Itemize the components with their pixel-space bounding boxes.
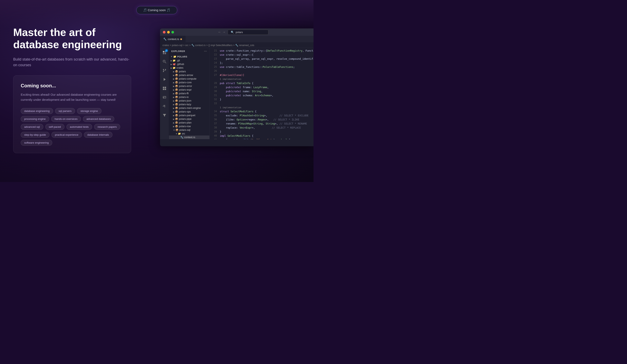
tree-item[interactable]: ▶📦polars-pipe [169, 117, 209, 121]
tree-item[interactable]: ▶📦polars-ops [169, 110, 209, 114]
minimize-dot[interactable] [167, 31, 170, 34]
tree-item[interactable]: ▼📦polars-sql [169, 128, 209, 132]
card-title: Coming soon... [21, 83, 124, 89]
tag-item: sql parsers [55, 108, 75, 114]
code-editor[interactable]: 21use crate::function_registry::{Default… [209, 48, 314, 139]
activity-docker-icon[interactable] [162, 104, 167, 109]
tag-item: automated tests [66, 124, 92, 130]
code-line: 25use crate::table_functions::PolarsTabl… [209, 65, 314, 69]
explorer-root-folder[interactable]: ▼📁POLARS [169, 54, 209, 59]
tab-label: context.rs [168, 38, 179, 41]
svg-point-8 [163, 71, 164, 72]
code-line: 36 ilike: Option<regex::Regex>, // SELEC… [209, 118, 314, 122]
tree-item[interactable]: ▶📦polars-json [169, 99, 209, 103]
svg-rect-13 [163, 89, 164, 90]
svg-rect-3 [165, 53, 166, 54]
code-line: 22use crate::sql_expr::{ [209, 53, 314, 57]
code-line: 27#[derive(Clone)] [209, 73, 314, 77]
code-line: 40impl SelectModifiers { [209, 134, 314, 138]
tree-item[interactable]: ▶📦polars-core [169, 81, 209, 84]
tree-item[interactable]: ▼📁src [169, 132, 209, 136]
tree-item[interactable]: ▶📦polars-mem-engine [169, 106, 209, 110]
code-line: 39} [209, 130, 314, 134]
tree-item[interactable]: ▶📦polars [169, 70, 209, 73]
tag-item: advanced databases [83, 116, 114, 122]
tag-item: database internals [84, 132, 112, 138]
svg-rect-14 [165, 89, 166, 90]
code-line: 31 pub(crate) schema: Arc<Schema>, [209, 93, 314, 97]
maximize-dot[interactable] [171, 31, 174, 34]
tree-item[interactable]: ▶📦polars-row [169, 125, 209, 128]
tree-item[interactable]: ▶📦polars-expr [169, 88, 209, 91]
tab-modified-dot [180, 38, 182, 40]
editor-area: 1 [160, 48, 314, 139]
code-line: 30 pub(crate) name: String, [209, 89, 314, 93]
tree-item[interactable]: ▶📁.git [169, 59, 209, 62]
tags-container: database engineeringsql parsersstorage e… [21, 108, 124, 146]
tag-item: research papers [94, 124, 120, 130]
tree-item[interactable]: ▶📦polars-arrow [169, 73, 209, 77]
tree-item[interactable]: ▶📦polars-compute [169, 77, 209, 81]
breadcrumb-text: crates > polars-sql > src > 🔧 context.rs… [162, 44, 254, 47]
activity-extensions-icon[interactable] [162, 86, 167, 91]
tree-item[interactable]: ▶📦polars-io [169, 95, 209, 99]
svg-rect-23 [164, 107, 165, 107]
search-bar[interactable]: 🔍 polars [228, 30, 268, 35]
code-line: 21use crate::function_registry::{Default… [209, 49, 314, 53]
activity-filter-icon[interactable] [162, 113, 167, 118]
svg-rect-2 [163, 53, 164, 54]
svg-rect-22 [164, 105, 165, 106]
forward-arrow-icon[interactable]: → [222, 30, 226, 34]
activity-bar: 1 [160, 48, 169, 139]
tree-item[interactable]: ▶🐙.github [169, 62, 209, 66]
explorer-title: EXPLORER [171, 50, 185, 52]
coming-soon-card: Coming soon... Exciting times ahead! Our… [13, 75, 131, 153]
search-text: polars [236, 31, 243, 34]
tree-item[interactable]: 🔧context.rs [169, 136, 209, 139]
code-line: 26 [209, 69, 314, 73]
breadcrumb: crates > polars-sql > src > 🔧 context.rs… [160, 43, 314, 48]
activity-search-icon[interactable] [162, 59, 167, 64]
top-banner [0, 0, 314, 28]
titlebar-center: ← → 🔍 polars [176, 30, 311, 35]
svg-point-7 [165, 69, 166, 70]
tree-item[interactable]: ▶📦polars-ffi [169, 91, 209, 95]
code-line: 38 replace: Vec<Expr>, // SELECT * REPLA… [209, 126, 314, 130]
tree-item[interactable]: ▶📦polars-lazy [169, 103, 209, 106]
svg-rect-0 [163, 51, 164, 52]
back-arrow-icon[interactable]: ← [218, 30, 221, 34]
tree-item[interactable]: ▶📦polars-error [169, 84, 209, 88]
close-dot[interactable] [163, 31, 165, 34]
tag-item: step-by-step guide [21, 132, 50, 138]
code-line: 35 exclude: PlHashSet<String>, // SELECT… [209, 114, 314, 118]
tab-file-icon: 🔧 [163, 38, 166, 41]
tree-item[interactable]: ▶📦polars-plan [169, 121, 209, 125]
tag-item: processing engine [21, 116, 49, 122]
svg-line-5 [165, 62, 166, 63]
tag-item: storage engine [77, 108, 102, 114]
explorer-menu-icon[interactable]: ··· [204, 49, 207, 53]
svg-point-4 [163, 60, 165, 62]
vscode-window: ← → 🔍 polars 🔧 context.rs crates > polar… [160, 28, 314, 146]
svg-rect-20 [164, 106, 165, 106]
code-line: 34struct SelectModifiers { [209, 109, 314, 114]
code-line: 28pub struct TableInfo { [209, 81, 314, 85]
tag-item: hands-on exersices [51, 116, 81, 122]
impl-hint: 1 implementation [209, 77, 314, 81]
activity-debug-icon[interactable] [162, 77, 167, 82]
tab-context-rs[interactable]: 🔧 context.rs [160, 36, 185, 43]
explorer-header: EXPLORER ··· [169, 48, 209, 54]
code-line: 24}; [209, 61, 314, 65]
titlebar: ← → 🔍 polars [160, 28, 314, 36]
svg-rect-11 [163, 87, 164, 88]
svg-point-17 [163, 97, 164, 98]
coming-soon-button[interactable]: 🎵 Coming soon 🎵 [136, 6, 177, 14]
explorer-panel: EXPLORER ··· ▼📁POLARS▶📁.git▶🐙.github▶📁cr… [169, 48, 209, 139]
tree-item[interactable]: ▶📦polars-parquet [169, 114, 209, 117]
activity-remote-icon[interactable] [162, 95, 167, 100]
activity-explorer-icon[interactable]: 1 [162, 50, 167, 55]
tree-item[interactable]: ▶📁crates [169, 66, 209, 70]
svg-point-6 [163, 69, 164, 70]
activity-git-icon[interactable] [162, 68, 167, 73]
svg-rect-12 [165, 87, 166, 88]
